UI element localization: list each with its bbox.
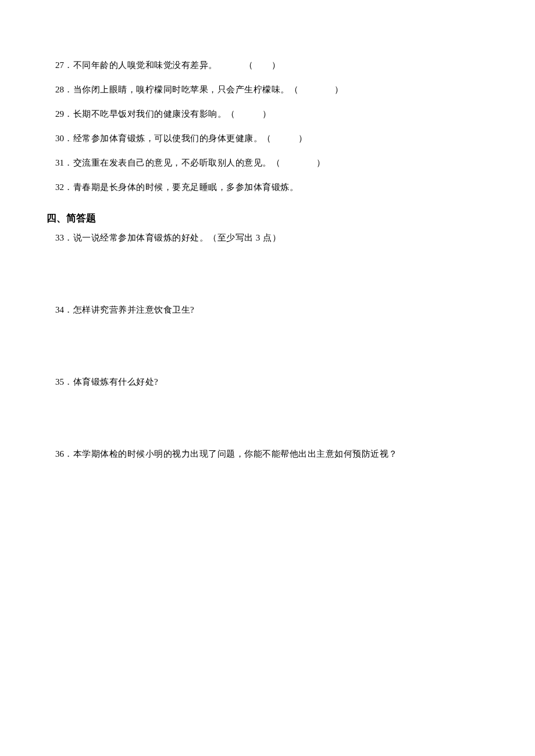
question-number: 29 [47,107,64,121]
question-number: 34 [47,303,64,317]
question-32: 32 ．青春期是长身体的时候，要充足睡眠，多参加体育锻炼。 [47,180,488,194]
question-number: 28 [47,83,64,96]
answer-space [47,389,488,447]
document-page: 27 ．不同年龄的人嗅觉和味觉没有差异。 （ ） 28 ．当你闭上眼睛，嗅柠檬同… [0,0,535,506]
question-text: ．经常参加体育锻炼，可以使我们的身体更健康。（ ） [64,131,308,145]
question-31: 31 ．交流重在发表自己的意见，不必听取别人的意见。（ ） [47,156,488,170]
question-number: 35 [47,375,64,389]
question-30: 30 ．经常参加体育锻炼，可以使我们的身体更健康。（ ） [47,131,488,145]
question-text: ．体育锻炼有什么好处? [64,375,158,389]
question-35: 35 ．体育锻炼有什么好处? [47,375,488,389]
question-text: ．说一说经常参加体育锻炼的好处。（至少写出 3 点） [64,231,281,245]
question-text: ．当你闭上眼睛，嗅柠檬同时吃苹果，只会产生柠檬味。（ ） [64,83,344,96]
question-36: 36 ．本学期体检的时候小明的视力出现了问题，你能不能帮他出出主意如何预防近视？ [47,447,488,461]
question-29: 29 ．长期不吃早饭对我们的健康没有影响。（ ） [47,107,488,121]
question-28: 28 ．当你闭上眼睛，嗅柠檬同时吃苹果，只会产生柠檬味。（ ） [47,83,488,96]
question-text: ．青春期是长身体的时候，要充足睡眠，多参加体育锻炼。 [64,180,298,194]
answer-space [47,317,488,375]
question-text: ．不同年龄的人嗅觉和味觉没有差异。 （ ） [64,58,280,72]
question-34: 34 ．怎样讲究营养并注意饮食卫生? [47,303,488,317]
question-number: 36 [47,447,64,461]
question-33: 33 ．说一说经常参加体育锻炼的好处。（至少写出 3 点） [47,231,488,245]
question-number: 31 [47,156,64,170]
answer-space [47,245,488,303]
question-text: ．怎样讲究营养并注意饮食卫生? [64,303,194,317]
question-27: 27 ．不同年龄的人嗅觉和味觉没有差异。 （ ） [47,58,488,72]
question-text: ．长期不吃早饭对我们的健康没有影响。（ ） [64,107,272,121]
section-4-title: 四、简答题 [47,210,488,226]
question-number: 33 [47,231,64,245]
question-number: 32 [47,180,64,194]
question-number: 30 [47,131,64,145]
question-number: 27 [47,58,64,72]
question-text: ．本学期体检的时候小明的视力出现了问题，你能不能帮他出出主意如何预防近视？ [64,447,398,461]
question-text: ．交流重在发表自己的意见，不必听取别人的意见。（ ） [64,156,326,170]
